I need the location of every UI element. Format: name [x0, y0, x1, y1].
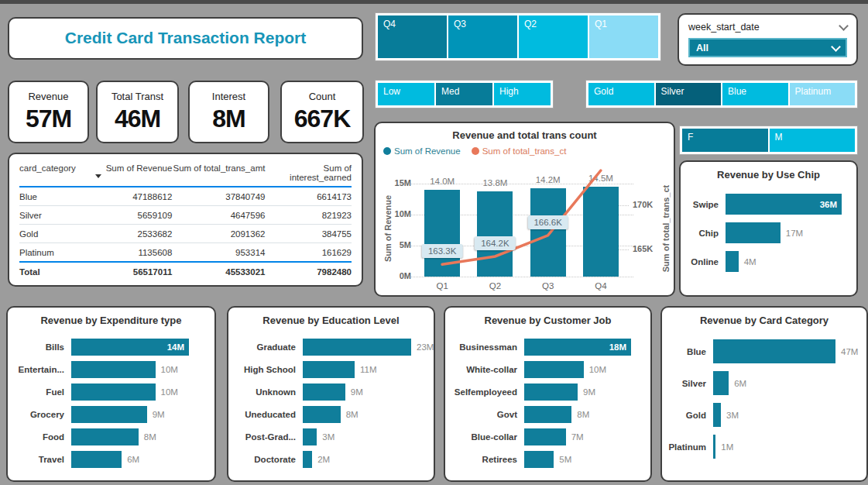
- bar-unknown[interactable]: [303, 384, 345, 401]
- bar-row: Uneducated8M: [233, 403, 427, 425]
- bar-row: Silver6M: [667, 367, 860, 399]
- bar-white-collar[interactable]: [524, 361, 584, 378]
- table-row[interactable]: Blue47188612378407496614173: [19, 187, 352, 206]
- combo-bar-q3[interactable]: [530, 188, 566, 277]
- week-start-date-dropdown[interactable]: All: [688, 38, 847, 57]
- bar-online[interactable]: [726, 251, 739, 272]
- column-header[interactable]: Sum of total_trans_amt: [172, 160, 265, 187]
- x-axis-label: Q3: [525, 281, 571, 291]
- customer-job-bars: Businessman18MWhite-collar10MSelfemploye…: [445, 326, 650, 470]
- chevron-down-icon[interactable]: [839, 21, 849, 31]
- bar-silver[interactable]: [713, 371, 729, 395]
- value-label: 23M: [411, 342, 434, 352]
- bar-graduate[interactable]: [303, 339, 411, 356]
- bar-row: Platinum1M: [667, 431, 860, 463]
- table-cell: 37840749: [172, 187, 265, 206]
- kpi-label: Count: [282, 91, 362, 102]
- category-label: Bills: [12, 342, 71, 352]
- sort-descending-icon[interactable]: [95, 174, 101, 178]
- value-label: 10M: [584, 365, 606, 374]
- bar-track: 23M: [303, 339, 411, 356]
- table-row[interactable]: Platinum1135608953314161629: [19, 243, 352, 263]
- bar-track: 7M: [524, 428, 631, 445]
- bar-blue[interactable]: [713, 339, 835, 363]
- table-row[interactable]: Silver56591094647596821923: [19, 206, 352, 225]
- table-cell: 5659109: [92, 206, 172, 225]
- bar-row: High School11M: [233, 358, 427, 380]
- chevron-down-icon[interactable]: [831, 42, 841, 52]
- slicer-option-platinum[interactable]: Platinum: [790, 83, 856, 105]
- slicer-option-q3[interactable]: Q3: [448, 15, 517, 58]
- bar-post-grad-[interactable]: [303, 428, 317, 445]
- value-label: 3M: [317, 432, 335, 442]
- level-slicer: LowMedHigh: [375, 80, 554, 108]
- slicer-option-q2[interactable]: Q2: [519, 15, 588, 58]
- column-header[interactable]: Sum of Revenue: [92, 160, 172, 187]
- category-label: Entertain...: [12, 365, 71, 374]
- bar-govt[interactable]: [524, 406, 571, 423]
- bar-track: 10M: [524, 361, 631, 378]
- bar-track: 8M: [303, 406, 411, 423]
- category-label: High School: [233, 365, 303, 374]
- bar-value-label: 13.8M: [472, 178, 518, 187]
- bar-doctorate[interactable]: [303, 451, 312, 468]
- bar-row: Grocery9M: [12, 403, 208, 425]
- slicer-option-q4[interactable]: Q4: [378, 15, 447, 58]
- bar-gold[interactable]: [713, 403, 721, 427]
- slicer-option-q1[interactable]: Q1: [589, 15, 658, 58]
- category-label: Chip: [685, 229, 726, 238]
- bar-businessman[interactable]: 18M: [524, 339, 631, 356]
- bar-track: 6M: [713, 371, 835, 395]
- table-row[interactable]: Gold25336822091362384755: [19, 225, 352, 243]
- bar-row: Entertain...10M: [12, 358, 208, 380]
- slicer-option-m[interactable]: M: [770, 129, 856, 152]
- bar-blue-collar[interactable]: [524, 428, 566, 445]
- slicer-option-silver[interactable]: Silver: [656, 83, 722, 105]
- combo-bar-q1[interactable]: [424, 190, 460, 277]
- category-label: Selfemployeed: [450, 387, 524, 397]
- bar-travel[interactable]: [71, 451, 122, 468]
- column-header[interactable]: Sum of interest_earned: [265, 160, 352, 187]
- combo-bar-q2[interactable]: [477, 191, 513, 277]
- report-title: Credit Card Transaction Report: [9, 19, 362, 57]
- bar-uneducated[interactable]: [303, 406, 341, 423]
- slicer-option-gold[interactable]: Gold: [588, 83, 654, 105]
- slicer-option-med[interactable]: Med: [436, 83, 492, 105]
- right-axis-tick: 165K: [633, 244, 653, 253]
- bar-row: Swipe36M: [685, 190, 850, 218]
- week-start-date-filter: week_start_date All: [678, 13, 858, 66]
- bar-chip[interactable]: [726, 222, 781, 243]
- right-axis-tick: 170K: [633, 200, 653, 209]
- bar-food[interactable]: [71, 428, 139, 445]
- slicer-option-low[interactable]: Low: [378, 83, 434, 105]
- category-label: Blue: [667, 347, 713, 356]
- value-label: 1M: [715, 442, 733, 452]
- bar-row: White-collar10M: [450, 358, 644, 380]
- bar-entertain-[interactable]: [71, 361, 156, 378]
- bar-swipe[interactable]: 36M: [726, 194, 842, 215]
- bar-track: 5M: [524, 451, 631, 468]
- bar-selfemployeed[interactable]: [524, 384, 578, 401]
- bar-high-school[interactable]: [303, 361, 355, 378]
- bar-bills[interactable]: 14M: [71, 339, 189, 356]
- dashboard: Credit Card Transaction Report Q4Q3Q2Q1 …: [0, 0, 868, 485]
- bar-grocery[interactable]: [71, 406, 147, 423]
- column-header[interactable]: card_category: [19, 160, 92, 187]
- bar-retirees[interactable]: [524, 451, 554, 468]
- kpi-label: Revenue: [9, 91, 87, 102]
- slicer-option-high[interactable]: High: [494, 83, 551, 105]
- slicer-option-f[interactable]: F: [682, 129, 768, 152]
- bar-track: 1M: [713, 435, 835, 459]
- bar-track: 10M: [71, 384, 189, 401]
- table-cell: 384755: [265, 225, 352, 243]
- bar-track: 36M: [726, 194, 842, 215]
- combo-bar-q4[interactable]: [583, 187, 619, 277]
- left-axis-tick: 15M: [380, 178, 411, 187]
- bar-track: 10M: [71, 361, 189, 378]
- left-axis-tick: 0M: [380, 271, 411, 280]
- bar-fuel[interactable]: [71, 384, 156, 401]
- value-label: 18M: [609, 342, 631, 352]
- slicer-option-blue[interactable]: Blue: [722, 83, 788, 105]
- bar-row: Travel6M: [12, 448, 208, 470]
- gender-slicer: FM: [679, 126, 858, 155]
